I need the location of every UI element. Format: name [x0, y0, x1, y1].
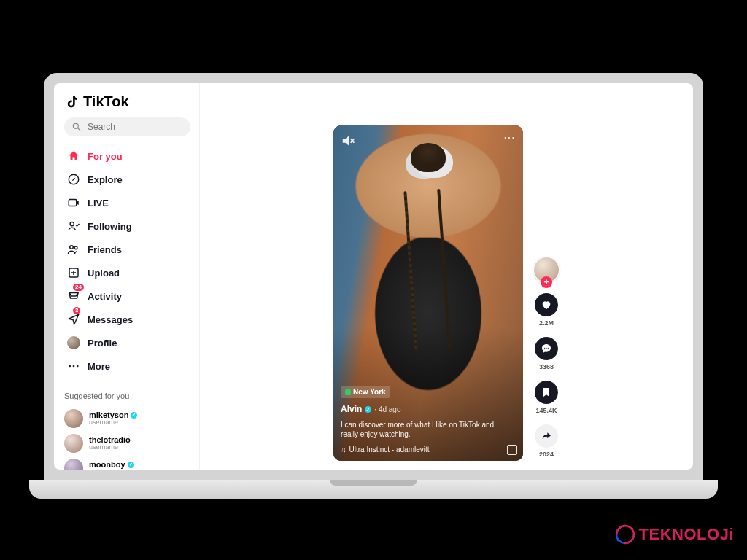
action-rail: + 2.2M 3368 145.4K [533, 257, 560, 461]
save-count: 145.4K [535, 407, 557, 414]
laptop-base [29, 480, 718, 499]
svg-point-4 [70, 222, 74, 225]
watermark-swirl-icon [613, 522, 638, 547]
more-icon [67, 359, 80, 373]
verified-icon [131, 412, 137, 419]
home-icon [67, 149, 80, 163]
share-icon [535, 424, 558, 448]
avatar [64, 459, 83, 470]
video-row: ··· New York Alvin · 4d ago I can discov… [333, 92, 560, 461]
search-icon [71, 122, 82, 132]
search-input-wrap[interactable] [64, 117, 190, 136]
watermark-logo: TEKNOLOJi [613, 522, 734, 547]
laptop-frame: TikTok For you Explore [44, 73, 703, 499]
save-button[interactable]: 145.4K [535, 381, 558, 414]
video-time: 4d ago [379, 405, 401, 413]
video-more-button[interactable]: ··· [504, 133, 516, 143]
location-tag[interactable]: New York [341, 386, 390, 398]
music-note-icon: ♫ [341, 446, 347, 454]
tiktok-note-icon [64, 94, 80, 110]
avatar [64, 434, 83, 453]
svg-point-15 [616, 539, 619, 542]
app-logo-text: TikTok [83, 93, 129, 110]
svg-point-9 [73, 365, 75, 368]
location-pin-icon [345, 389, 351, 395]
search-input[interactable] [88, 122, 183, 132]
nav-explore[interactable]: Explore [64, 168, 190, 190]
like-count: 2.2M [539, 319, 554, 327]
nav-label: Messages [88, 314, 133, 325]
comment-count: 3368 [539, 363, 554, 370]
comment-icon [535, 337, 558, 360]
svg-point-13 [548, 348, 549, 349]
music-text: Ultra Instinct - adamlevitt [349, 446, 430, 454]
profile-avatar-icon [67, 336, 80, 349]
suggested-account[interactable]: moonboy username [64, 456, 190, 470]
friends-icon [67, 243, 80, 256]
svg-point-6 [74, 246, 77, 249]
video-player[interactable]: ··· New York Alvin · 4d ago I can discov… [333, 125, 523, 461]
author-name: Alvin [341, 404, 362, 414]
suggested-sub: username [89, 469, 134, 470]
nav-label: For you [88, 151, 123, 162]
screen-bezel: TikTok For you Explore [44, 73, 703, 480]
svg-point-8 [69, 365, 71, 368]
nav-activity[interactable]: 24 Activity [64, 285, 190, 307]
comment-button[interactable]: 3368 [535, 337, 558, 370]
svg-rect-3 [69, 200, 77, 206]
like-button[interactable]: 2.2M [535, 293, 558, 327]
person-check-icon [67, 219, 80, 233]
author-avatar[interactable]: + [533, 257, 560, 283]
nav-live[interactable]: LIVE [64, 192, 190, 214]
fullscreen-icon[interactable] [507, 445, 517, 455]
share-count: 2024 [539, 451, 554, 458]
nav-label: Explore [88, 174, 123, 185]
verified-icon [365, 406, 371, 413]
nav-more[interactable]: More [64, 355, 190, 377]
nav-label: Following [88, 221, 132, 232]
verified-icon [128, 462, 134, 468]
inbox-icon [67, 289, 80, 303]
nav-messages[interactable]: 3 Messages [64, 308, 190, 330]
nav-label: More [88, 361, 110, 372]
video-caption: I can discover more of what I like on Ti… [341, 420, 506, 439]
app-window: TikTok For you Explore [54, 83, 693, 470]
nav-label: Activity [88, 291, 122, 302]
svg-point-14 [630, 527, 633, 530]
sidebar: TikTok For you Explore [54, 83, 200, 470]
svg-point-11 [544, 348, 545, 349]
app-logo[interactable]: TikTok [64, 93, 190, 110]
nav-friends[interactable]: Friends [64, 238, 190, 260]
live-icon [67, 196, 80, 209]
video-author[interactable]: Alvin · 4d ago [341, 404, 401, 414]
nav-following[interactable]: Following [64, 215, 190, 237]
nav-label: LIVE [88, 198, 109, 209]
avatar [64, 409, 83, 428]
suggested-title: Suggested for you [64, 392, 190, 400]
svg-point-12 [546, 348, 546, 349]
nav-label: Friends [88, 244, 122, 255]
nav-profile[interactable]: Profile [64, 332, 190, 354]
location-text: New York [353, 388, 386, 396]
mute-icon[interactable] [341, 133, 357, 149]
nav-for-you[interactable]: For you [64, 145, 190, 167]
activity-badge: 24 [73, 284, 84, 291]
follow-plus-icon[interactable]: + [541, 276, 552, 288]
compass-icon [67, 173, 80, 186]
nav-label: Profile [88, 338, 117, 349]
suggested-account[interactable]: thelotradio username [64, 431, 190, 456]
suggested-sub: username [89, 419, 137, 427]
video-music[interactable]: ♫ Ultra Instinct - adamlevitt [341, 446, 430, 454]
suggested-sub: username [89, 444, 131, 451]
suggested-account[interactable]: miketyson username [64, 406, 190, 431]
feed: ··· New York Alvin · 4d ago I can discov… [200, 83, 693, 470]
share-button[interactable]: 2024 [535, 424, 558, 458]
nav-upload[interactable]: Upload [64, 262, 190, 284]
bookmark-icon [535, 381, 558, 404]
svg-point-10 [77, 365, 79, 368]
upload-icon [67, 266, 80, 279]
heart-icon [535, 293, 558, 316]
svg-line-1 [78, 128, 80, 131]
watermark-text: TEKNOLOJi [639, 525, 734, 544]
svg-point-0 [73, 123, 78, 128]
